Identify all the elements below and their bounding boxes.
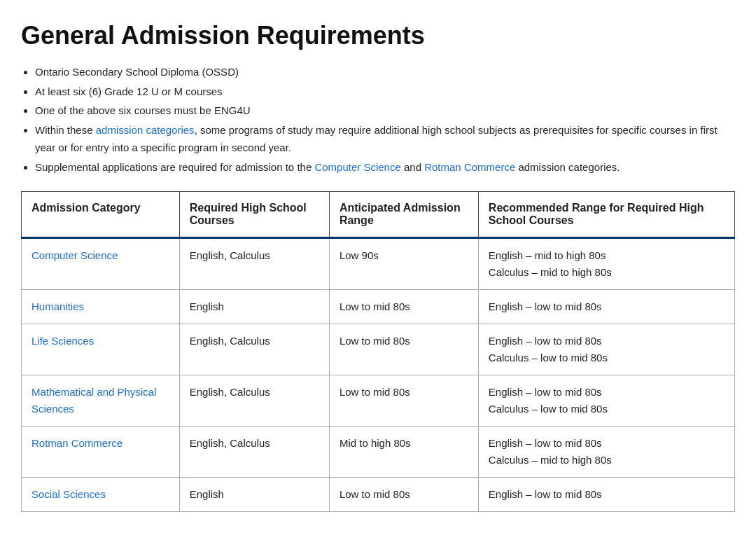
category-cell: Humanities [22,290,180,324]
page-title: General Admission Requirements [21,21,735,50]
rotman-commerce-link[interactable]: Rotman Commerce [424,161,515,173]
bullet-1: Ontario Secondary School Diploma (OSSD) [35,63,735,81]
recommended-cell: English – mid to high 80sCalculus – mid … [478,238,734,290]
category-cell: Mathematical and Physical Sciences [22,375,180,427]
bullet-1-text: Ontario Secondary School Diploma (OSSD) [35,66,239,78]
bullet-5: Supplemental applications are required f… [35,158,735,176]
category-link[interactable]: Rotman Commerce [31,437,122,449]
table-body: Computer ScienceEnglish, CalculusLow 90s… [22,238,735,512]
col-header-recommended: Recommended Range for Required High Scho… [478,192,734,238]
category-cell: Social Sciences [22,478,180,512]
bullet-2: At least six (6) Grade 12 U or M courses [35,83,735,101]
computer-science-link[interactable]: Computer Science [314,161,400,173]
courses-cell: English [179,290,329,324]
intro-list: Ontario Secondary School Diploma (OSSD) … [35,63,735,176]
bullet-3-text: One of the above six courses must be ENG… [35,104,251,116]
category-link[interactable]: Social Sciences [31,488,106,500]
category-link[interactable]: Humanities [31,300,84,312]
courses-cell: English, Calculus [179,238,329,290]
category-cell: Computer Science [22,238,180,290]
courses-cell: English, Calculus [179,427,329,478]
bullet-5-after: admission categories. [515,161,620,173]
courses-cell: English, Calculus [179,375,329,427]
recommended-cell: English – low to mid 80sCalculus – mid t… [478,427,734,478]
category-cell: Life Sciences [22,324,180,375]
recommended-cell: English – low to mid 80s [478,478,734,512]
table-row: Social SciencesEnglishLow to mid 80sEngl… [22,478,735,512]
col-header-courses: Required High School Courses [179,192,329,238]
range-cell: Low 90s [329,238,478,290]
table-row: Mathematical and Physical SciencesEnglis… [22,375,735,427]
courses-cell: English, Calculus [179,324,329,375]
bullet-4-before: Within these [35,124,96,136]
table-row: Life SciencesEnglish, CalculusLow to mid… [22,324,735,375]
admission-categories-link[interactable]: admission categories [96,124,195,136]
bullet-4: Within these admission categories, some … [35,121,735,157]
table-row: HumanitiesEnglishLow to mid 80sEnglish –… [22,290,735,324]
recommended-cell: English – low to mid 80sCalculus – low t… [478,375,734,427]
bullet-3: One of the above six courses must be ENG… [35,102,735,120]
bullet-2-text: At least six (6) Grade 12 U or M courses [35,85,223,97]
recommended-cell: English – low to mid 80sCalculus – low t… [478,324,734,375]
range-cell: Low to mid 80s [329,375,478,427]
range-cell: Low to mid 80s [329,290,478,324]
range-cell: Low to mid 80s [329,478,478,512]
category-link[interactable]: Mathematical and Physical Sciences [31,386,156,415]
header-row: Admission Category Required High School … [22,192,735,238]
table-header: Admission Category Required High School … [22,192,735,238]
table-row: Rotman CommerceEnglish, CalculusMid to h… [22,427,735,478]
bullet-5-mid: and [401,161,424,173]
category-link[interactable]: Computer Science [31,249,118,261]
table-row: Computer ScienceEnglish, CalculusLow 90s… [22,238,735,290]
col-header-range: Anticipated Admission Range [329,192,478,238]
range-cell: Low to mid 80s [329,324,478,375]
bullet-5-before: Supplemental applications are required f… [35,161,314,173]
admission-table: Admission Category Required High School … [21,191,735,512]
category-link[interactable]: Life Sciences [31,335,94,347]
category-cell: Rotman Commerce [22,427,180,478]
courses-cell: English [179,478,329,512]
recommended-cell: English – low to mid 80s [478,290,734,324]
range-cell: Mid to high 80s [329,427,478,478]
col-header-category: Admission Category [22,192,180,238]
